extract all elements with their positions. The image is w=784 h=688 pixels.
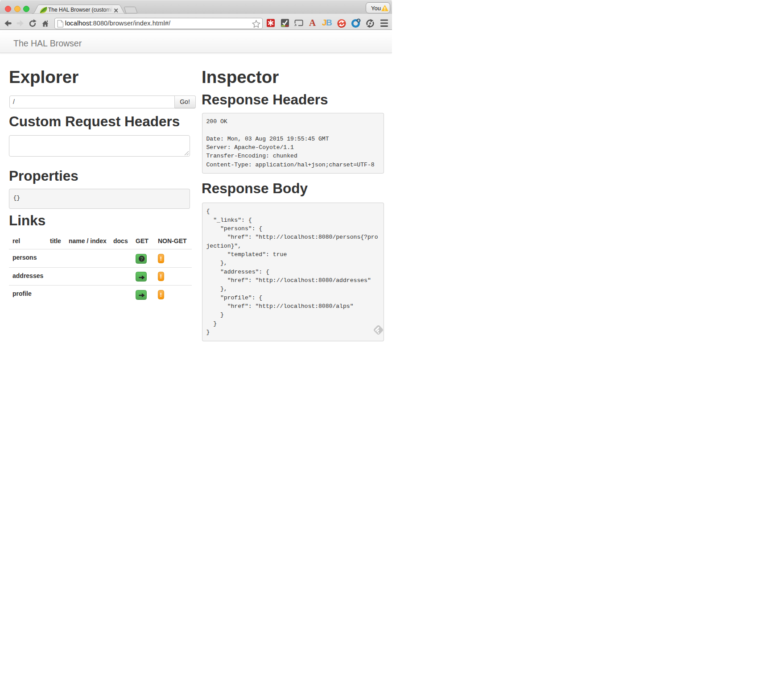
svg-text:B: B: [326, 18, 332, 27]
svg-text:A: A: [309, 17, 316, 28]
svg-text:?: ?: [140, 256, 143, 261]
